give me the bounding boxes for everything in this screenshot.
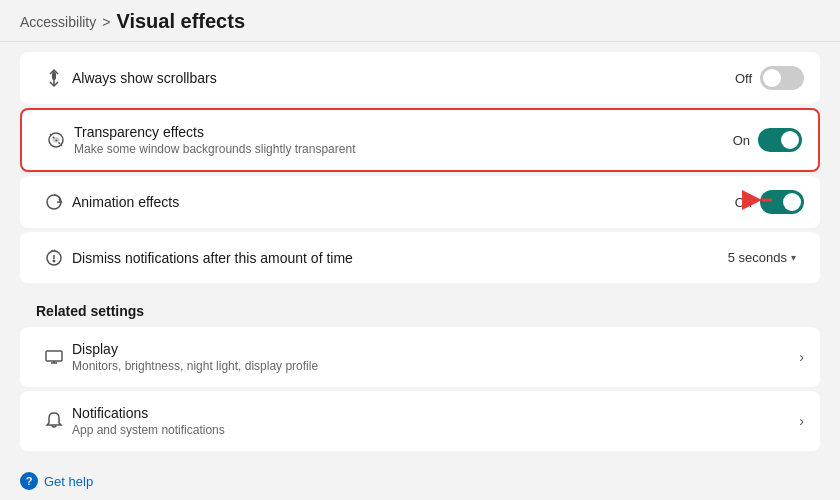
transparency-row: Transparency effects Make some window ba… [20,108,820,172]
transparency-desc: Make some window backgrounds slightly tr… [74,142,733,156]
dismiss-dropdown[interactable]: 5 seconds ▾ [720,246,804,269]
help-icon: ? [20,472,38,490]
page-title: Visual effects [116,10,245,33]
dismiss-text: Dismiss notifications after this amount … [72,250,720,266]
scrollbars-toggle[interactable] [760,66,804,90]
dismiss-row: Dismiss notifications after this amount … [20,232,820,283]
animation-row: Animation effects On [20,176,820,228]
scrollbars-text: Always show scrollbars [72,70,735,86]
transparency-toggle[interactable] [758,128,802,152]
chevron-right-icon: › [799,349,804,365]
notifications-icon [36,411,72,431]
svg-rect-1 [52,72,56,80]
chevron-down-icon: ▾ [791,252,796,263]
animation-icon [36,192,72,212]
get-help-link[interactable]: ? Get help [20,472,93,490]
transparency-text: Transparency effects Make some window ba… [74,124,733,156]
display-text: Display Monitors, brightness, night ligh… [72,341,799,373]
notifications-label: Notifications [72,405,799,421]
display-item[interactable]: Display Monitors, brightness, night ligh… [20,327,820,387]
display-icon [36,347,72,367]
animation-label: Animation effects [72,194,735,210]
svg-line-3 [50,134,62,146]
svg-rect-10 [46,351,62,361]
related-settings-title: Related settings [20,287,820,327]
red-pointer-arrow [742,190,772,214]
scrollbars-label: Always show scrollbars [72,70,735,86]
transparency-control: On [733,128,802,152]
notifications-text: Notifications App and system notificatio… [72,405,799,437]
footer: ? Get help [0,462,840,500]
scrollbars-row: Always show scrollbars Off [20,52,820,104]
chevron-right-icon-2: › [799,413,804,429]
scrollbars-toggle-label: Off [735,71,752,86]
dismiss-icon [36,248,72,268]
breadcrumb-sep: > [102,14,110,30]
display-desc: Monitors, brightness, night light, displ… [72,359,799,373]
settings-content: Always show scrollbars Off Transparency … [0,52,840,451]
get-help-label: Get help [44,474,93,489]
dismiss-label: Dismiss notifications after this amount … [72,250,720,266]
svg-point-9 [53,260,54,261]
notifications-desc: App and system notifications [72,423,799,437]
scrollbars-control: Off [735,66,804,90]
dismiss-dropdown-value: 5 seconds [728,250,787,265]
svg-marker-5 [742,190,762,210]
page-header: Accessibility > Visual effects [0,0,840,42]
scrollbars-icon [36,68,72,88]
transparency-icon [38,130,74,150]
transparency-label: Transparency effects [74,124,733,140]
notifications-item[interactable]: Notifications App and system notificatio… [20,391,820,451]
transparency-toggle-label: On [733,133,750,148]
dismiss-control[interactable]: 5 seconds ▾ [720,246,804,269]
breadcrumb-parent[interactable]: Accessibility [20,14,96,30]
animation-text: Animation effects [72,194,735,210]
display-label: Display [72,341,799,357]
